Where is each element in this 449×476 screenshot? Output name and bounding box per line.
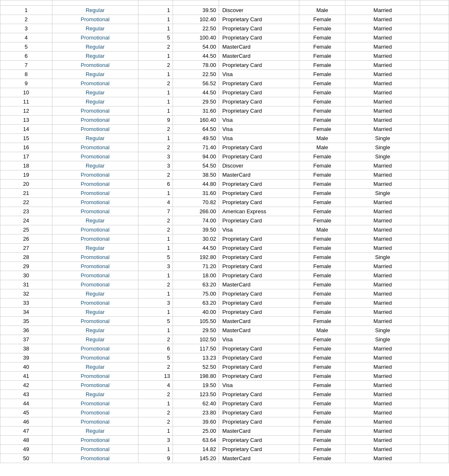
table-row: 46 Promotional 2 39.60 Proprietary Card … [0,417,449,427]
cell-extra [420,207,449,216]
cell-extra [420,189,449,198]
cell-marital: Single [345,152,420,161]
cell-items: 1 [138,326,173,335]
cell-payment: Proprietary Card [219,152,299,161]
cell-gender: Female [299,61,345,70]
cell-marital: Married [345,399,420,408]
cell-type: Promotional [52,372,138,381]
cell-netsales: 94.00 [173,152,219,161]
cell-items: 1 [138,70,173,79]
cell-gender: Male [299,225,345,234]
cell-netsales: 123.50 [173,390,219,399]
cell-extra [420,33,449,42]
cell-payment: Visa [219,335,299,344]
cell-customer: 31 [0,280,52,289]
cell-marital: Married [345,363,420,372]
col-header-customer [0,0,52,6]
cell-type: Regular [52,88,138,97]
cell-extra [420,408,449,417]
cell-payment: Proprietary Card [219,15,299,24]
cell-customer: 38 [0,344,52,353]
cell-customer: 45 [0,408,52,417]
cell-extra [420,335,449,344]
table-row: 18 Regular 3 54.50 Discover Female Marri… [0,161,449,170]
cell-items: 2 [138,79,173,88]
cell-netsales: 192.80 [173,253,219,262]
cell-gender: Female [299,180,345,189]
cell-payment: MasterCard [219,170,299,180]
cell-items: 2 [138,170,173,180]
cell-extra [420,170,449,180]
cell-type: Promotional [52,436,138,445]
cell-payment: Proprietary Card [219,262,299,271]
cell-extra [420,372,449,381]
cell-items: 3 [138,262,173,271]
table-row: 8 Regular 1 22.50 Visa Female Married [0,70,449,79]
cell-marital: Married [345,180,420,189]
cell-items: 1 [138,189,173,198]
cell-gender: Female [299,216,345,225]
cell-customer: 18 [0,161,52,170]
cell-items: 1 [138,427,173,436]
cell-netsales: 71.40 [173,143,219,152]
cell-items: 3 [138,161,173,170]
cell-extra [420,326,449,335]
cell-items: 1 [138,106,173,116]
cell-type: Promotional [52,280,138,289]
cell-type: Promotional [52,381,138,390]
cell-items: 2 [138,363,173,372]
cell-items: 9 [138,116,173,125]
cell-payment: Visa [219,381,299,390]
table-row: 24 Regular 2 74.00 Proprietary Card Fema… [0,216,449,225]
cell-customer: 23 [0,207,52,216]
cell-payment: Discover [219,6,299,15]
table-row: 2 Promotional 1 102.40 Proprietary Card … [0,15,449,24]
cell-marital: Married [345,262,420,271]
table-row: 42 Promotional 4 19.50 Visa Female Marri… [0,381,449,390]
cell-items: 5 [138,253,173,262]
col-header-gender [299,0,345,6]
cell-gender: Female [299,52,345,61]
cell-extra [420,15,449,24]
cell-netsales: 145.20 [173,454,219,463]
cell-customer: 41 [0,372,52,381]
cell-customer: 16 [0,143,52,152]
cell-type: Regular [52,6,138,15]
cell-customer: 1 [0,6,52,15]
cell-gender: Female [299,116,345,125]
cell-marital: Married [345,280,420,289]
cell-extra [420,289,449,298]
cell-customer: 47 [0,427,52,436]
cell-items: 1 [138,15,173,24]
cell-gender: Female [299,161,345,170]
cell-gender: Female [299,335,345,344]
cell-gender: Female [299,152,345,161]
cell-customer: 42 [0,381,52,390]
cell-payment: Proprietary Card [219,271,299,280]
cell-payment: Proprietary Card [219,24,299,33]
cell-marital: Married [345,372,420,381]
table-row: 12 Promotional 1 31.60 Proprietary Card … [0,106,449,116]
cell-gender: Female [299,271,345,280]
cell-items: 4 [138,198,173,207]
cell-marital: Married [345,353,420,363]
cell-extra [420,381,449,390]
cell-netsales: 39.50 [173,225,219,234]
table-row: 37 Regular 2 102.50 Visa Female Single [0,335,449,344]
cell-customer: 5 [0,42,52,52]
cell-gender: Female [299,244,345,253]
cell-customer: 8 [0,70,52,79]
cell-marital: Married [345,97,420,106]
cell-extra [420,161,449,170]
cell-items: 5 [138,33,173,42]
cell-extra [420,454,449,463]
cell-type: Regular [52,289,138,298]
cell-items: 2 [138,143,173,152]
cell-netsales: 78.00 [173,61,219,70]
cell-extra [420,198,449,207]
cell-customer: 48 [0,436,52,445]
table-row: 3 Regular 1 22.50 Proprietary Card Femal… [0,24,449,33]
cell-type: Promotional [52,189,138,198]
cell-extra [420,143,449,152]
cell-netsales: 117.50 [173,344,219,353]
